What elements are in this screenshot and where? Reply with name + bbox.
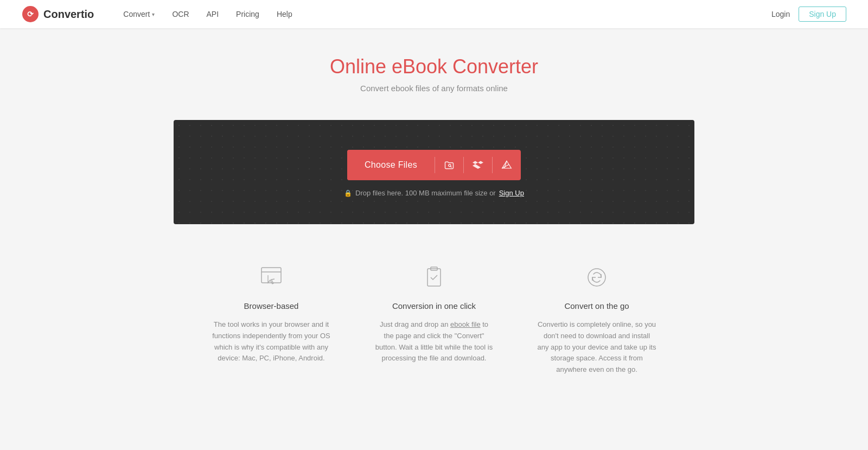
feature-browser-based: Browser-based The tool works in your bro… bbox=[212, 262, 331, 376]
ebook-file-link[interactable]: ebook file bbox=[450, 320, 481, 328]
choose-files-row: Choose Files bbox=[347, 150, 521, 180]
folder-search-icon bbox=[444, 160, 455, 170]
feature-one-click-desc: Just drag and drop an ebook file to the … bbox=[374, 319, 494, 364]
feature-on-the-go-desc: Convertio is completely online, so you d… bbox=[537, 319, 656, 376]
login-link[interactable]: Login bbox=[771, 10, 790, 18]
svg-point-2 bbox=[449, 164, 451, 167]
feature-browser-based-title: Browser-based bbox=[244, 301, 299, 310]
drop-info: 🔒 Drop files here. 100 MB maximum file s… bbox=[344, 189, 524, 197]
dropbox-icon bbox=[473, 160, 483, 170]
lock-icon: 🔒 bbox=[344, 189, 352, 197]
nav-item-convert[interactable]: Convert ▾ bbox=[116, 7, 162, 22]
drop-info-signup-link[interactable]: Sign Up bbox=[499, 189, 524, 197]
svg-rect-7 bbox=[261, 268, 281, 283]
feature-one-click-title: Conversion in one click bbox=[392, 301, 476, 310]
cursor-browser-icon bbox=[257, 263, 285, 291]
main-nav: Convert ▾ OCR API Pricing Help bbox=[116, 7, 771, 22]
svg-point-11 bbox=[588, 269, 605, 286]
features-section: Browser-based The tool works in your bro… bbox=[136, 224, 732, 397]
browse-files-button[interactable] bbox=[435, 150, 463, 180]
logo-text: Convertio bbox=[43, 8, 94, 21]
nav-item-pricing[interactable]: Pricing bbox=[228, 7, 267, 22]
google-drive-button[interactable] bbox=[493, 150, 521, 180]
feature-one-click: Conversion in one click Just drag and dr… bbox=[374, 262, 494, 376]
logo-icon: ⟳ bbox=[22, 5, 39, 23]
svg-line-3 bbox=[450, 167, 451, 168]
drop-info-text: Drop files here. 100 MB maximum file siz… bbox=[355, 189, 496, 197]
dropbox-button[interactable] bbox=[464, 150, 492, 180]
chevron-down-icon: ▾ bbox=[152, 11, 155, 17]
upload-section-wrapper: Choose Files bbox=[174, 120, 694, 224]
logo[interactable]: ⟳ Convertio bbox=[22, 5, 94, 23]
main-content: Online eBook Converter Convert ebook fil… bbox=[0, 28, 868, 430]
header: ⟳ Convertio Convert ▾ OCR API Pricing He… bbox=[0, 0, 868, 28]
upload-section: Choose Files bbox=[174, 120, 694, 224]
google-drive-icon bbox=[501, 160, 512, 170]
upload-box: Choose Files bbox=[344, 150, 524, 197]
svg-rect-9 bbox=[427, 269, 441, 286]
signup-button[interactable]: Sign Up bbox=[799, 7, 846, 22]
sync-cloud-icon bbox=[583, 263, 611, 291]
header-actions: Login Sign Up bbox=[771, 7, 846, 22]
nav-item-help[interactable]: Help bbox=[269, 7, 300, 22]
browser-based-icon-wrap bbox=[256, 262, 286, 293]
on-the-go-icon-wrap bbox=[582, 262, 612, 293]
feature-browser-based-desc: The tool works in your browser and it fu… bbox=[212, 319, 331, 364]
feature-on-the-go-title: Convert on the go bbox=[564, 301, 629, 310]
nav-item-api[interactable]: API bbox=[199, 7, 227, 22]
svg-text:⟳: ⟳ bbox=[27, 10, 34, 18]
choose-files-button[interactable]: Choose Files bbox=[347, 150, 435, 180]
page-subtitle: Convert ebook files of any formats onlin… bbox=[360, 84, 508, 93]
feature-on-the-go: Convert on the go Convertio is completel… bbox=[537, 262, 656, 376]
page-title: Online eBook Converter bbox=[330, 55, 538, 78]
one-click-icon-wrap bbox=[419, 262, 449, 293]
nav-item-ocr[interactable]: OCR bbox=[164, 7, 196, 22]
clipboard-check-icon bbox=[420, 263, 448, 291]
